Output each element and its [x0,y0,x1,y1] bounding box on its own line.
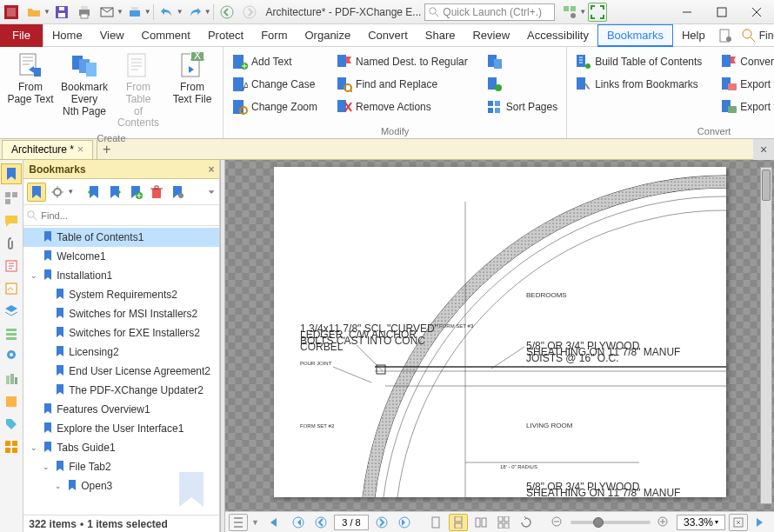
bookmark-item[interactable]: ⌄Tabs Guide1 [23,438,219,457]
sb-layout-continuous[interactable] [449,514,468,531]
rail-destinations-icon[interactable] [3,348,20,365]
sb-last-page[interactable] [751,514,771,531]
bookmark-item[interactable]: Features Overview1 [23,400,219,419]
scan-icon[interactable] [125,3,144,22]
sb-rotate[interactable] [517,514,536,531]
menu-help[interactable]: Help [673,24,714,47]
bm-tool-options[interactable] [48,183,67,202]
rail-properties-icon[interactable] [3,438,20,456]
sb-layout-facing[interactable] [471,514,490,531]
menu-form[interactable]: Form [252,24,296,47]
bm-tool-delete[interactable] [147,183,166,202]
rail-comments-icon[interactable] [3,212,20,229]
undo-dropdown[interactable]: ▼ [177,8,183,16]
open-icon[interactable] [24,3,43,22]
rail-bookmarks-icon[interactable] [1,163,22,184]
menu-review[interactable]: Review [464,24,518,47]
sb-last[interactable] [395,514,414,531]
redo-dropdown[interactable]: ▼ [204,8,211,16]
fullscreen-icon[interactable] [588,3,607,22]
sb-first-page[interactable] [263,514,282,531]
document-canvas[interactable]: BEDROOMS LIVING ROOM 18' - 0" RADIUS 1 3… [225,160,774,511]
rail-links-icon[interactable] [3,393,20,410]
menu-bookmarks[interactable]: Bookmarks [597,24,673,47]
menu-protect[interactable]: Protect [199,24,252,47]
rail-content-icon[interactable] [3,325,20,342]
chevron-icon[interactable]: ⌄ [55,482,63,490]
nav-fwd-icon[interactable] [240,3,259,22]
print-icon[interactable] [75,3,94,22]
close-tabs-button[interactable]: × [753,139,774,160]
bookmark-item[interactable]: Switches for MSI Installers2 [23,304,219,323]
bookmark-item[interactable]: Explore the User Interface1 [23,419,219,438]
find-button[interactable]: Find... [742,29,774,43]
bookmarks-tree[interactable]: Table of Contents1Welcome1⌄Installation1… [23,226,219,515]
find-replace-button[interactable]: Find and Replace [333,73,471,96]
bookmarks-find[interactable] [23,205,219,226]
convert-named-dest-button[interactable]: Convert to Named Dest. [717,50,774,73]
bm-options-dropdown[interactable]: ▼ [67,188,74,196]
export-text-button[interactable]: Export to Text File [717,96,774,118]
menu-share[interactable]: Share [417,24,464,47]
sb-prev[interactable] [311,514,330,531]
bm-tool-new[interactable] [126,183,145,202]
new-tab-button[interactable]: + [97,140,116,159]
redo-icon[interactable] [185,3,204,22]
bookmark-item[interactable]: The PDF-XChange Updater2 [23,381,219,400]
menu-comment[interactable]: Comment [133,24,199,47]
add-text-button[interactable]: Add Text [229,50,321,73]
bookmarks-find-input[interactable] [41,210,216,221]
nav-back-icon[interactable] [217,3,237,22]
links-from-bookmarks-button[interactable]: Links from Bookmarks [572,73,705,96]
zoom-value[interactable]: 33.3%▾ [677,515,725,530]
scrollbar-thumb[interactable] [762,170,771,201]
sb-zoom-out[interactable] [548,514,567,531]
zoom-slider-handle[interactable] [593,517,604,528]
open-dropdown[interactable]: ▼ [43,8,50,16]
page-input[interactable] [334,515,369,530]
bm-tool-properties[interactable] [168,183,187,202]
named-dest-button[interactable]: Named Dest. to Regular [333,50,471,73]
sb-options-dropdown[interactable]: ▼ [251,518,259,527]
ui-options-dropdown[interactable]: ▼ [579,8,586,16]
bookmarks-close-icon[interactable]: × [208,163,214,176]
sb-layout-facing-cont[interactable] [494,514,513,531]
bookmark-every-nth-button[interactable]: Bookmark Every Nth Page [59,50,110,131]
rail-attachments-icon[interactable] [3,235,20,252]
modify-extra1-button[interactable] [484,50,561,73]
modify-extra2-button[interactable] [484,73,561,96]
build-toc-button[interactable]: Build Table of Contents [572,50,705,73]
bm-tool-collapse[interactable] [105,183,124,202]
email-icon[interactable] [97,3,117,22]
doc-properties-icon[interactable] [716,26,735,45]
doc-tab-architecture[interactable]: Architecture * × [2,140,93,159]
change-case-button[interactable]: AaChange Case [229,73,321,96]
rail-3d-icon[interactable] [3,370,20,388]
from-text-file-button[interactable]: TXT From Text File [167,50,217,131]
rail-layers-icon[interactable] [3,303,20,320]
export-html-button[interactable]: Export to HTML [717,73,774,96]
chevron-icon[interactable]: ⌄ [30,271,39,280]
remove-actions-button[interactable]: Remove Actions [333,96,471,118]
maximize-button[interactable] [704,0,739,24]
menu-organize[interactable]: Organize [296,24,359,47]
bookmark-item[interactable]: Switches for EXE Installers2 [23,323,219,342]
sb-fit[interactable] [729,514,748,531]
rail-signatures-icon[interactable] [3,280,20,297]
email-dropdown[interactable]: ▼ [117,8,123,16]
scan-dropdown[interactable]: ▼ [144,8,151,16]
sb-options-icon[interactable] [229,514,248,531]
sort-pages-button[interactable]: Sort Pages [484,96,561,118]
menu-view[interactable]: View [91,24,133,47]
tab-close-icon[interactable]: × [77,143,83,156]
close-button[interactable] [739,0,774,24]
zoom-slider[interactable] [570,521,651,524]
rail-tags-icon[interactable] [3,416,20,433]
sb-first[interactable] [289,514,308,531]
vertical-scrollbar[interactable] [760,167,772,504]
rail-thumbnails-icon[interactable] [3,190,20,207]
bm-toolbar-overflow[interactable]: ⏷ [208,188,216,196]
bm-tool-bookmark[interactable] [27,183,46,202]
minimize-button[interactable] [670,0,704,24]
quick-launch-input[interactable]: Quick Launch (Ctrl+.) [424,3,555,21]
